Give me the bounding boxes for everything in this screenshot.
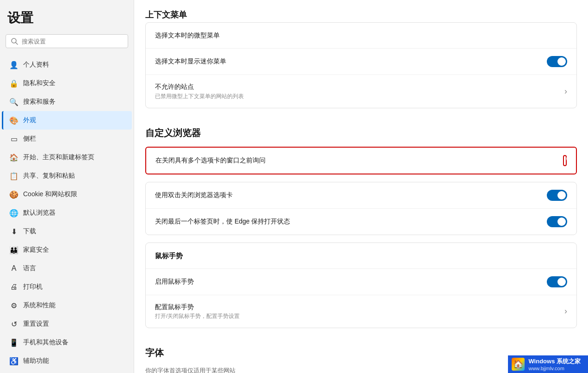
show-mini-menu-toggle[interactable] (547, 56, 567, 67)
browser-icon: 🌐 (9, 208, 19, 218)
sidebar-item-label-share: 共享、复制和粘贴 (23, 172, 75, 180)
sidebar-item-newtab[interactable]: 🏠开始、主页和新建标签页 (2, 148, 132, 167)
sidebar-item-accessibility[interactable]: ♿辅助功能 (2, 352, 132, 370)
double-click-close-toggle[interactable] (547, 190, 567, 201)
search-icon: 🔍 (9, 97, 19, 106)
sidebar-item-printer[interactable]: 🖨打印机 (2, 278, 132, 296)
sidebar-item-about[interactable]: ℹ关于 Microsoft Edge (2, 370, 132, 373)
watermark-icon: 🏠 (512, 358, 525, 371)
keep-open-row: 关闭最后一个标签页时，使 Edge 保持打开状态 (146, 209, 576, 235)
search-icon (11, 37, 18, 45)
app-title: 设置 (0, 9, 134, 34)
blocked-sites-row[interactable]: 不允许的站点 已禁用微型上下文菜单的网站的列表 › (146, 75, 576, 108)
sidebar-item-search[interactable]: 🔍搜索和服务 (2, 93, 132, 111)
system-icon: ⚙ (9, 301, 19, 310)
profile-icon: 👤 (9, 60, 19, 69)
blocked-sites-chevron: › (564, 87, 567, 96)
newtab-icon: 🏠 (9, 153, 19, 162)
keep-open-toggle[interactable] (547, 216, 567, 227)
accessibility-icon: ♿ (9, 356, 19, 366)
mini-menu-title-label: 选择文本时的微型菜单 (155, 31, 220, 40)
search-box[interactable] (6, 34, 128, 48)
sidebar-item-label-newtab: 开始、主页和新建标签页 (23, 153, 94, 162)
sidebar: 设置 👤个人资料🔒隐私和安全🔍搜索和服务🎨外观▭侧栏🏠开始、主页和新建标签页📋共… (0, 0, 134, 373)
watermark: 🏠 Windows 系统之家 www.bjjmlv.com (508, 355, 588, 373)
configure-mouse-gestures-sublabel: 打开/关闭鼠标手势，配置手势设置 (155, 312, 240, 320)
nav-list: 👤个人资料🔒隐私和安全🔍搜索和服务🎨外观▭侧栏🏠开始、主页和新建标签页📋共享、复… (0, 56, 134, 373)
appearance-icon: 🎨 (9, 116, 19, 125)
enable-mouse-gestures-toggle[interactable] (547, 276, 567, 287)
sidebar-item-label-system: 系统和性能 (23, 301, 56, 310)
enable-mouse-gestures-row: 启用鼠标手势 (146, 269, 576, 295)
customize-section-header: 自定义浏览器 (145, 116, 577, 147)
configure-mouse-gestures-label: 配置鼠标手势 (155, 303, 240, 312)
sidebar-item-browser[interactable]: 🌐默认浏览器 (2, 204, 132, 222)
sidebar-item-label-search: 搜索和服务 (23, 98, 56, 106)
configure-mouse-gestures-chevron: › (564, 306, 567, 316)
sidebar-item-label-appearance: 外观 (23, 116, 36, 124)
ask-before-close-label: 在关闭具有多个选项卡的窗口之前询问 (155, 156, 266, 165)
cookies-icon: 🍪 (9, 190, 19, 199)
share-icon: 📋 (9, 171, 19, 180)
sidebar-item-share[interactable]: 📋共享、复制和粘贴 (2, 167, 132, 185)
double-click-close-label: 使用双击关闭浏览器选项卡 (155, 191, 233, 200)
privacy-icon: 🔒 (9, 79, 19, 88)
sidebar-item-family[interactable]: 👪家庭安全 (2, 241, 132, 259)
ask-before-close-row: 在关闭具有多个选项卡的窗口之前询问 (146, 148, 576, 174)
enable-mouse-gestures-label: 启用鼠标手势 (155, 277, 194, 286)
sidebar-item-label-privacy: 隐私和安全 (23, 79, 56, 87)
sidebar-item-system[interactable]: ⚙系统和性能 (2, 296, 132, 315)
sidebar-item-profile[interactable]: 👤个人资料 (2, 56, 132, 74)
sidebar-item-mobile[interactable]: 📱手机和其他设备 (2, 333, 132, 352)
sidebar-icon: ▭ (9, 134, 19, 143)
configure-mouse-gestures-row[interactable]: 配置鼠标手势 打开/关闭鼠标手势，配置手势设置 › (146, 295, 576, 328)
sidebar-item-label-sidebar: 侧栏 (23, 135, 36, 143)
mouse-gestures-section-row: 鼠标手势 (146, 243, 576, 269)
sidebar-item-appearance[interactable]: 🎨外观 (2, 111, 132, 130)
printer-icon: 🖨 (9, 282, 19, 292)
sidebar-item-label-accessibility: 辅助功能 (23, 357, 49, 365)
family-icon: 👪 (9, 245, 19, 255)
ask-before-close-toggle-wrapper (563, 155, 567, 166)
show-mini-menu-row: 选择文本时显示迷你菜单 (146, 49, 576, 75)
keep-open-label: 关闭最后一个标签页时，使 Edge 保持打开状态 (155, 217, 290, 226)
mouse-gestures-card: 鼠标手势 启用鼠标手势 配置鼠标手势 打开/关闭鼠标手势，配置手势设置 › (145, 242, 577, 329)
mini-menu-card: 选择文本时的微型菜单 选择文本时显示迷你菜单 不允许的站点 已禁用微型上下文菜单… (145, 22, 577, 108)
downloads-icon: ⬇ (9, 227, 19, 236)
watermark-text: Windows 系统之家 (528, 357, 581, 366)
sidebar-item-downloads[interactable]: ⬇下载 (2, 222, 132, 241)
sidebar-item-label-downloads: 下载 (23, 227, 36, 236)
language-icon: A (9, 264, 19, 273)
sidebar-item-label-language: 语言 (23, 264, 36, 273)
sidebar-item-label-family: 家庭安全 (23, 246, 49, 254)
sidebar-item-label-profile: 个人资料 (23, 61, 49, 69)
sidebar-item-sidebar[interactable]: ▭侧栏 (2, 130, 132, 148)
svg-line-1 (16, 43, 18, 44)
sidebar-item-label-mobile: 手机和其他设备 (23, 338, 68, 347)
watermark-url: www.bjjmlv.com (528, 366, 581, 371)
show-mini-menu-label: 选择文本时显示迷你菜单 (155, 57, 226, 66)
main-content: 上下文菜单 选择文本时的微型菜单 选择文本时显示迷你菜单 不允许的站点 已禁用微… (134, 0, 588, 373)
ask-before-close-card: 在关闭具有多个选项卡的窗口之前询问 (145, 147, 577, 174)
mini-menu-title-row: 选择文本时的微型菜单 (146, 23, 576, 49)
sidebar-item-language[interactable]: A语言 (2, 259, 132, 278)
reset-icon: ↺ (9, 319, 19, 329)
sidebar-item-privacy[interactable]: 🔒隐私和安全 (2, 74, 132, 93)
blocked-sites-sublabel: 已禁用微型上下文菜单的网站的列表 (155, 93, 244, 100)
sidebar-item-label-browser: 默认浏览器 (23, 209, 56, 217)
sidebar-item-reset[interactable]: ↺重置设置 (2, 315, 132, 333)
search-input[interactable] (22, 38, 123, 45)
sidebar-item-label-reset: 重置设置 (23, 320, 49, 328)
context-menu-section-header: 上下文菜单 (145, 0, 577, 22)
browser-behavior-card: 使用双击关闭浏览器选项卡 关闭最后一个标签页时，使 Edge 保持打开状态 (145, 182, 577, 235)
sidebar-item-label-printer: 打印机 (23, 283, 43, 291)
sidebar-item-cookies[interactable]: 🍪Cookie 和网站权限 (2, 185, 132, 204)
mobile-icon: 📱 (9, 338, 19, 347)
blocked-sites-label: 不允许的站点 (155, 82, 244, 92)
mouse-gestures-section-label: 鼠标手势 (155, 251, 183, 261)
double-click-close-row: 使用双击关闭浏览器选项卡 (146, 182, 576, 209)
sidebar-item-label-cookies: Cookie 和网站权限 (23, 190, 77, 199)
